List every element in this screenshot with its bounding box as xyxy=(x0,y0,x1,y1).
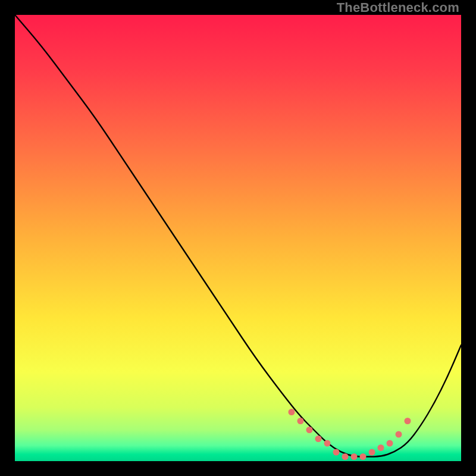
marker-point xyxy=(396,431,402,438)
marker-point xyxy=(369,449,375,456)
marker-point xyxy=(289,409,295,415)
marker-point xyxy=(378,444,384,451)
marker-point xyxy=(315,436,322,442)
plot-area xyxy=(15,15,461,461)
marker-point xyxy=(298,418,304,424)
marker-point xyxy=(405,418,411,424)
bottleneck-curve xyxy=(15,15,461,461)
marker-point xyxy=(342,453,349,460)
marker-point xyxy=(333,449,340,456)
marker-point xyxy=(360,453,367,460)
marker-point xyxy=(351,453,358,460)
chart-frame: TheBottleneck.com xyxy=(0,0,476,476)
curve-path xyxy=(15,15,461,457)
marker-point xyxy=(387,440,393,447)
marker-point xyxy=(324,440,331,447)
watermark-text: TheBottleneck.com xyxy=(337,0,459,15)
marker-point xyxy=(306,427,313,433)
